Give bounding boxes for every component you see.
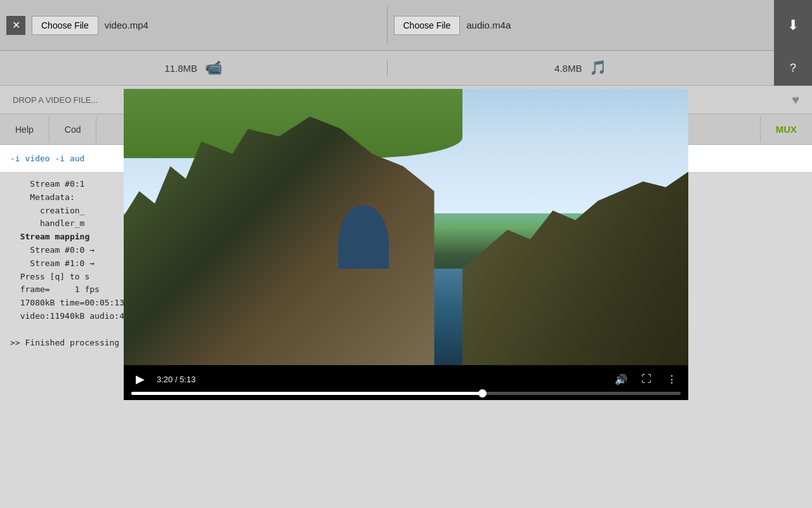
- audio-size: 4.8MB: [554, 63, 582, 74]
- menu-button[interactable]: ⋮: [663, 370, 681, 388]
- video-size: 11.8MB: [164, 63, 197, 74]
- controls-row: ▶ 3:20 / 5:13 🔊 ⛶ ⋮: [131, 370, 681, 388]
- time-display: 3:20 / 5:13: [157, 375, 195, 384]
- music-icon: 🎵: [589, 60, 606, 76]
- fullscreen-button[interactable]: ⛶: [638, 370, 655, 388]
- download-button[interactable]: ⬇: [774, 0, 812, 51]
- tab-help[interactable]: Help: [0, 117, 49, 142]
- header-left: ✕ Choose File video.mp4: [0, 0, 387, 50]
- landscape: [124, 89, 688, 365]
- video-content[interactable]: [124, 89, 688, 365]
- video-filename: video.mp4: [105, 20, 148, 30]
- choose-file-right-button[interactable]: Choose File: [394, 16, 461, 35]
- audio-filename: audio.m4a: [466, 20, 511, 30]
- video-overlay: ▶ 3:20 / 5:13 🔊 ⛶ ⋮: [124, 89, 688, 400]
- audio-info: 4.8MB 🎵: [387, 60, 775, 76]
- close-button[interactable]: ✕: [6, 16, 25, 35]
- choose-file-left-button[interactable]: Choose File: [32, 16, 98, 35]
- heart-icon[interactable]: ♥: [792, 93, 799, 107]
- drop-text: DROP A VIDEO FILE...: [13, 95, 98, 105]
- sub-header: 11.8MB 📹 4.8MB 🎵 ?: [0, 51, 812, 86]
- progress-thumb: [478, 389, 487, 398]
- video-info: 11.8MB 📹: [0, 60, 387, 76]
- command-text: -i video -i aud: [10, 154, 84, 163]
- question-button[interactable]: ?: [774, 51, 812, 86]
- drop-bar-right: ♥: [792, 93, 799, 107]
- progress-fill: [131, 392, 483, 395]
- mux-button[interactable]: MUX: [760, 116, 812, 142]
- progress-bar[interactable]: [131, 392, 681, 395]
- play-button[interactable]: ▶: [131, 370, 149, 388]
- header: ✕ Choose File video.mp4 Choose File audi…: [0, 0, 812, 51]
- video-controls: ▶ 3:20 / 5:13 🔊 ⛶ ⋮: [124, 365, 688, 400]
- header-right: Choose File audio.m4a: [388, 0, 775, 50]
- volume-button[interactable]: 🔊: [612, 370, 630, 388]
- tab-codec[interactable]: Cod: [49, 117, 97, 142]
- video-icon: 📹: [205, 60, 222, 76]
